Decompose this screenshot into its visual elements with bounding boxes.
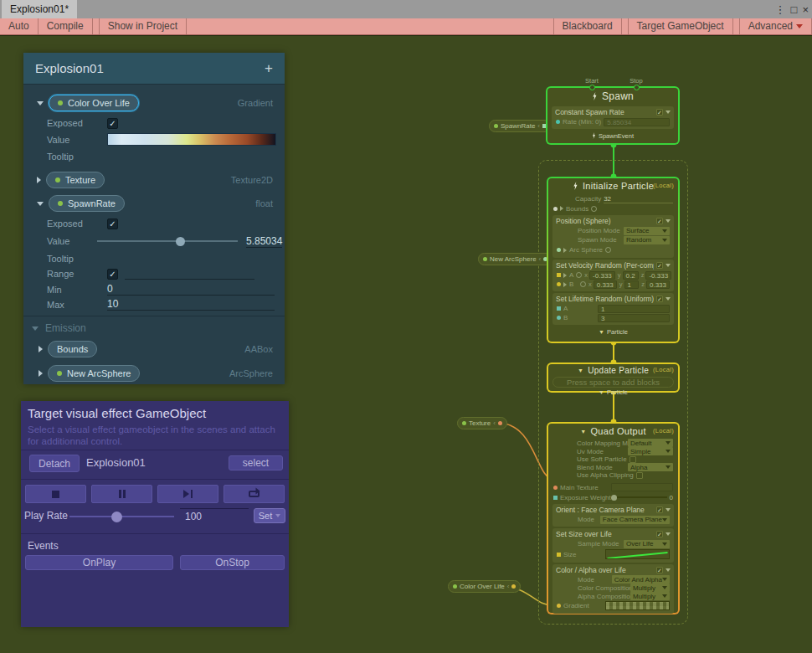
chevron-down-icon[interactable]	[32, 326, 39, 331]
blackboard-panel[interactable]: Explosion01 + Color Over Life Gradient E…	[23, 53, 285, 384]
chevron-right-icon[interactable]	[37, 177, 41, 183]
maximize-icon[interactable]: □	[791, 3, 798, 16]
block-position-sphere[interactable]: Position (Sphere) ✓ Position Mode Surfac…	[552, 215, 674, 258]
space-scope-label[interactable]: (Local)	[653, 366, 674, 373]
use-alpha-clipping-checkbox[interactable]	[636, 472, 643, 479]
category-emission-label[interactable]: Emission	[45, 322, 86, 334]
detach-button[interactable]: Detach	[29, 455, 80, 472]
block-collapse-icon[interactable]	[666, 532, 671, 536]
blackboard-toggle-button[interactable]: Blackboard	[553, 18, 622, 34]
block-enabled-checkbox[interactable]: ✓	[656, 506, 663, 513]
gradient-preview-field[interactable]	[605, 601, 670, 610]
target-gameobject-panel[interactable]: Target visual effect GameObject Select a…	[21, 401, 289, 627]
node-initialize-particle[interactable]: Initialize Particle (Local) Capacity 32 …	[547, 177, 680, 343]
capacity-field[interactable]: 32	[604, 194, 673, 203]
node-update-particle[interactable]: ▼ Update Particle (Local) Press space to…	[547, 362, 680, 393]
range-checkbox[interactable]: ✓	[107, 269, 118, 280]
parameter-node-spawnrate[interactable]: SpawnRate ‹	[489, 120, 552, 132]
graph-canvas[interactable]: SpawnRate ‹ New ArcSphere ‹ Texture ‹ Co…	[0, 35, 812, 653]
block-enabled-checkbox[interactable]: ✓	[656, 567, 663, 573]
arcsphere-port-icon[interactable]	[557, 248, 561, 252]
slider-thumb[interactable]	[611, 495, 617, 501]
velocity-b-z-field[interactable]: 0.333	[646, 280, 670, 289]
lifetime-a-field[interactable]: 1	[598, 305, 670, 313]
close-icon[interactable]: ×	[802, 3, 809, 16]
lifetime-b-field[interactable]: 3	[598, 314, 670, 322]
kebab-menu-icon[interactable]: ⋮	[775, 3, 786, 16]
block-collapse-icon[interactable]	[666, 219, 671, 223]
block-enabled-checkbox[interactable]: ✓	[656, 262, 663, 269]
float-port-icon[interactable]	[557, 316, 561, 320]
parameter-node-texture[interactable]: Texture ‹	[457, 417, 507, 429]
stop-button[interactable]	[25, 485, 86, 503]
velocity-b-y-field[interactable]: 1	[624, 280, 640, 289]
min-field[interactable]: 0	[107, 283, 275, 296]
exposure-weight-slider[interactable]	[611, 496, 667, 498]
param-pill-bounds[interactable]: Bounds	[48, 341, 97, 357]
compile-button[interactable]: Compile	[39, 18, 93, 34]
block-collapse-icon[interactable]	[666, 508, 671, 512]
spawn-mode-dropdown[interactable]: Random	[624, 236, 670, 244]
velocity-a-x-field[interactable]: -0.333	[589, 271, 615, 280]
param-pill-spawnrate[interactable]: SpawnRate	[49, 195, 125, 212]
blend-mode-dropdown[interactable]: Alpha	[628, 463, 673, 471]
param-pill-color-over-life[interactable]: Color Over Life	[49, 95, 139, 111]
expand-icon[interactable]	[563, 273, 567, 278]
block-orient-face-camera[interactable]: Orient : Face Camera Plane ✓ Mode Face C…	[552, 504, 674, 527]
block-color-alpha-over-life[interactable]: Color / Alpha over Life ✓ Mode Color And…	[552, 564, 674, 614]
vector-port-icon[interactable]	[557, 273, 561, 277]
color-composition-dropdown[interactable]: Multiply	[630, 584, 670, 592]
velocity-a-y-field[interactable]: 0.2	[623, 271, 639, 280]
parameter-node-color-over-life[interactable]: Color Over Life ‹	[448, 580, 521, 593]
space-toggle-icon[interactable]	[605, 247, 611, 253]
gradient-value-field[interactable]	[107, 133, 276, 146]
main-texture-field[interactable]	[611, 483, 673, 491]
collapse-icon[interactable]: ‹	[537, 122, 540, 130]
block-collapse-icon[interactable]	[666, 568, 671, 572]
alpha-composition-dropdown[interactable]: Multiply	[630, 592, 670, 600]
block-enabled-checkbox[interactable]: ✓	[656, 531, 663, 537]
block-set-velocity-random[interactable]: Set Velocity Random (Per-component) ✓ A …	[552, 260, 674, 291]
block-constant-spawn-rate[interactable]: Constant Spawn Rate ✓ Rate (Min: 0) 5.85…	[552, 106, 674, 129]
pause-button[interactable]	[91, 485, 152, 503]
sample-mode-dropdown[interactable]: Over Life	[624, 540, 670, 548]
space-scope-label[interactable]: (Local)	[653, 182, 674, 189]
space-toggle-icon[interactable]	[576, 272, 582, 278]
show-in-project-button[interactable]: Show in Project	[99, 18, 187, 34]
space-toggle-icon[interactable]	[591, 206, 597, 212]
texture-port-icon[interactable]	[498, 421, 502, 425]
exposed-checkbox[interactable]: ✓	[107, 118, 118, 129]
float-port-icon[interactable]	[557, 306, 561, 311]
exposure-port-icon[interactable]	[553, 496, 558, 500]
block-enabled-checkbox[interactable]: ✓	[656, 296, 663, 302]
param-pill-texture[interactable]: Texture	[46, 172, 105, 188]
color-mode-dropdown[interactable]: Color And Alpha	[612, 575, 670, 584]
slider-thumb[interactable]	[111, 512, 122, 522]
space-toggle-icon[interactable]	[580, 281, 586, 287]
onstop-event-button[interactable]: OnStop	[180, 555, 285, 570]
size-curve-field[interactable]	[605, 549, 670, 559]
play-rate-slider[interactable]	[69, 516, 174, 517]
tab-explosion01[interactable]: Explosion01*	[2, 0, 77, 18]
param-pill-new-arcsphere[interactable]: New ArcSphere	[48, 365, 140, 382]
max-field[interactable]: 10	[107, 298, 275, 311]
chevron-right-icon[interactable]	[39, 346, 43, 352]
color-mapping-mode-dropdown[interactable]: Default	[628, 439, 673, 447]
chevron-down-icon[interactable]	[37, 202, 44, 206]
slider-thumb[interactable]	[176, 237, 185, 246]
block-enabled-checkbox[interactable]: ✓	[656, 218, 663, 224]
target-gameobject-toggle-button[interactable]: Target GameObject	[628, 18, 733, 34]
auto-button[interactable]: Auto	[0, 18, 39, 34]
gradient-port-icon[interactable]	[557, 604, 561, 608]
vector-port-icon[interactable]	[557, 282, 561, 286]
rate-value-field[interactable]: 5.85034	[604, 118, 670, 126]
position-mode-dropdown[interactable]: Surface	[624, 227, 670, 235]
block-collapse-icon[interactable]	[666, 297, 671, 301]
orient-mode-dropdown[interactable]: Face Camera Plane	[600, 516, 670, 524]
set-rate-button[interactable]: Set	[254, 508, 285, 523]
block-enabled-checkbox[interactable]: ✓	[656, 109, 663, 116]
block-collapse-icon[interactable]	[666, 264, 671, 267]
chevron-right-icon[interactable]	[39, 370, 43, 377]
node-quad-output[interactable]: ▼ Quad Output (Local) Color Mapping Mode…	[547, 422, 680, 614]
advanced-dropdown-button[interactable]: Advanced	[739, 18, 812, 34]
